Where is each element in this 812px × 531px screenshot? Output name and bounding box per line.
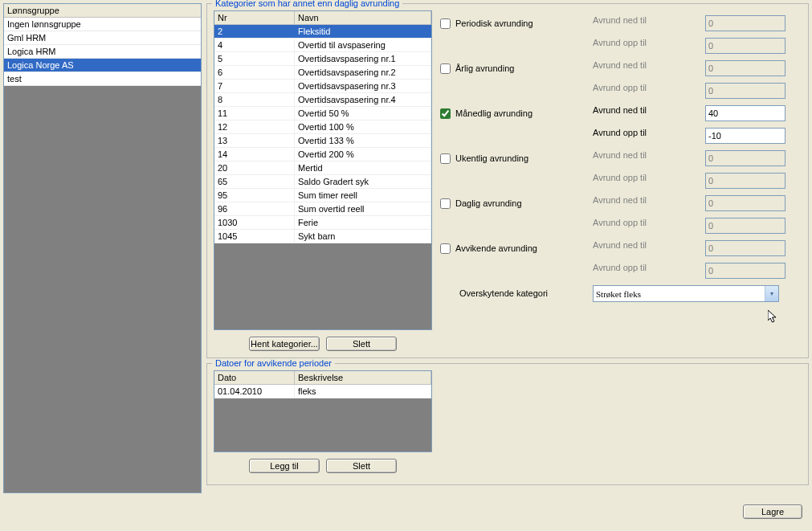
periodisk-checkbox-input[interactable]: [440, 18, 451, 29]
category-nr: 96: [214, 202, 295, 215]
category-nr: 5: [214, 52, 295, 65]
manedlig-checkbox-input[interactable]: [440, 108, 451, 119]
wage-group-item[interactable]: Logica Norge AS: [4, 59, 201, 72]
category-row[interactable]: 5Overtidsavspasering nr.1: [214, 52, 431, 66]
daglig-ned-label: Avrund ned til: [593, 195, 697, 211]
category-navn: Overtid 200 %: [295, 148, 431, 161]
wage-group-list[interactable]: Lønnsgruppe Ingen lønnsgruppeGml HRMLogi…: [3, 3, 202, 493]
ukentlig-checkbox-label: Ukentlig avrunding: [455, 153, 528, 163]
category-nr: 65: [214, 175, 295, 188]
category-row[interactable]: 96Sum overtid reell: [214, 202, 431, 216]
avvikende-checkbox-label: Avvikende avrunding: [455, 243, 537, 253]
avvikende-opp-label: Avrund opp til: [593, 263, 697, 279]
ukentlig-ned-input: [705, 150, 785, 166]
categories-fieldset: Kategorier som har annet enn daglig avru…: [206, 3, 809, 358]
category-navn: Saldo Gradert syk: [295, 175, 431, 188]
col-header-dato[interactable]: Dato: [214, 371, 295, 384]
category-navn: Overtidsavspasering nr.1: [295, 52, 431, 65]
dates-table[interactable]: Dato Beskrivelse 01.04.2010fleks: [214, 370, 432, 452]
wage-group-item[interactable]: Gml HRM: [4, 31, 201, 45]
dates-fieldset: Datoer for avvikende perioder Dato Beskr…: [206, 363, 809, 485]
manedlig-opp-input[interactable]: [705, 128, 785, 144]
overskytende-label: Overskytende kategori: [459, 285, 585, 298]
category-row[interactable]: 12Overtid 100 %: [214, 120, 431, 134]
overskytende-combo[interactable]: Strøket fleks▾: [593, 285, 779, 302]
manedlig-ned-input[interactable]: [705, 105, 785, 121]
arlig-checkbox-label: Årlig avrunding: [455, 63, 514, 73]
category-row[interactable]: 6Overtidsavspasering nr.2: [214, 66, 431, 80]
manedlig-opp-label: Avrund opp til: [593, 128, 697, 144]
col-header-navn[interactable]: Navn: [295, 11, 431, 24]
periodisk-checkbox-label: Periodisk avrunding: [455, 18, 533, 28]
wage-group-item[interactable]: test: [4, 72, 201, 86]
manedlig-rounding-checkbox[interactable]: Månedlig avrunding: [440, 105, 585, 121]
col-header-besk[interactable]: Beskrivelse: [295, 371, 431, 384]
category-row[interactable]: 20Mertid: [214, 161, 431, 175]
category-nr: 7: [214, 80, 295, 92]
category-row[interactable]: 1045Sykt barn: [214, 230, 431, 243]
category-nr: 12: [214, 120, 295, 133]
category-row[interactable]: 8Overtidsavspasering nr.4: [214, 93, 431, 107]
category-nr: 1030: [214, 216, 295, 229]
overskytende-combo-value: Strøket fleks: [596, 289, 641, 299]
arlig-checkbox-input[interactable]: [440, 63, 451, 74]
category-navn: Overtidsavspasering nr.4: [295, 93, 431, 106]
avvikende-rounding-checkbox[interactable]: Avvikende avrunding: [440, 240, 585, 256]
manedlig-ned-label: Avrund ned til: [593, 105, 697, 121]
category-row[interactable]: 2Fleksitid: [214, 25, 431, 39]
periodisk-rounding-checkbox[interactable]: Periodisk avrunding: [440, 15, 585, 31]
daglig-checkbox-input[interactable]: [440, 198, 451, 209]
category-nr: 1045: [214, 230, 295, 243]
wage-group-item[interactable]: Ingen lønnsgruppe: [4, 18, 201, 31]
daglig-rounding-checkbox[interactable]: Daglig avrunding: [440, 195, 585, 211]
daglig-opp-label: Avrund opp til: [593, 218, 697, 234]
save-button[interactable]: Lagre: [743, 504, 802, 519]
category-row[interactable]: 95Sum timer reell: [214, 189, 431, 202]
category-row[interactable]: 1030Ferie: [214, 216, 431, 230]
wage-group-header: Lønnsgruppe: [4, 4, 201, 18]
category-nr: 13: [214, 134, 295, 147]
daglig-checkbox-label: Daglig avrunding: [455, 198, 522, 208]
category-navn: Sum timer reell: [295, 189, 431, 202]
category-navn: Sum overtid reell: [295, 202, 431, 215]
category-nr: 20: [214, 161, 295, 174]
category-row[interactable]: 7Overtidsavspasering nr.3: [214, 80, 431, 93]
ukentlig-opp-input: [705, 173, 785, 189]
ukentlig-checkbox-input[interactable]: [440, 153, 451, 164]
category-nr: 14: [214, 148, 295, 161]
add-date-button[interactable]: Legg til: [249, 459, 320, 473]
periodisk-ned-input: [705, 15, 785, 31]
ukentlig-opp-label: Avrund opp til: [593, 173, 697, 189]
ukentlig-ned-label: Avrund ned til: [593, 150, 697, 166]
date-value: 01.04.2010: [214, 385, 295, 398]
category-navn: Overtid 100 %: [295, 120, 431, 133]
arlig-rounding-checkbox[interactable]: Årlig avrunding: [440, 60, 585, 76]
category-row[interactable]: 13Overtid 133 %: [214, 134, 431, 148]
delete-date-button[interactable]: Slett: [326, 459, 397, 473]
category-navn: Overtid til avspasering: [295, 39, 431, 51]
category-navn: Overtidsavspasering nr.2: [295, 66, 431, 79]
ukentlig-rounding-checkbox[interactable]: Ukentlig avrunding: [440, 150, 585, 166]
dates-title: Datoer for avvikende perioder: [212, 358, 335, 368]
categories-title: Kategorier som har annet enn daglig avru…: [212, 0, 402, 8]
daglig-ned-input: [705, 195, 785, 211]
wage-group-item[interactable]: Logica HRM: [4, 45, 201, 59]
fetch-categories-button[interactable]: Hent kategorier...: [249, 337, 320, 351]
avvikende-checkbox-input[interactable]: [440, 243, 451, 254]
category-nr: 95: [214, 189, 295, 202]
periodisk-ned-label: Avrund ned til: [593, 15, 697, 31]
category-row[interactable]: 4Overtid til avspasering: [214, 39, 431, 52]
category-row[interactable]: 11Overtid 50 %: [214, 107, 431, 120]
date-desc: fleks: [295, 385, 431, 398]
category-row[interactable]: 65Saldo Gradert syk: [214, 175, 431, 189]
category-navn: Overtid 133 %: [295, 134, 431, 147]
delete-category-button[interactable]: Slett: [326, 337, 397, 351]
category-navn: Fleksitid: [295, 25, 431, 38]
periodisk-opp-input: [705, 38, 785, 54]
manedlig-checkbox-label: Månedlig avrunding: [455, 108, 532, 118]
col-header-nr[interactable]: Nr: [214, 11, 295, 24]
date-row[interactable]: 01.04.2010fleks: [214, 385, 431, 398]
category-row[interactable]: 14Overtid 200 %: [214, 148, 431, 161]
categories-table[interactable]: Nr Navn 2Fleksitid4Overtid til avspaseri…: [214, 10, 432, 330]
chevron-down-icon: ▾: [765, 286, 778, 301]
